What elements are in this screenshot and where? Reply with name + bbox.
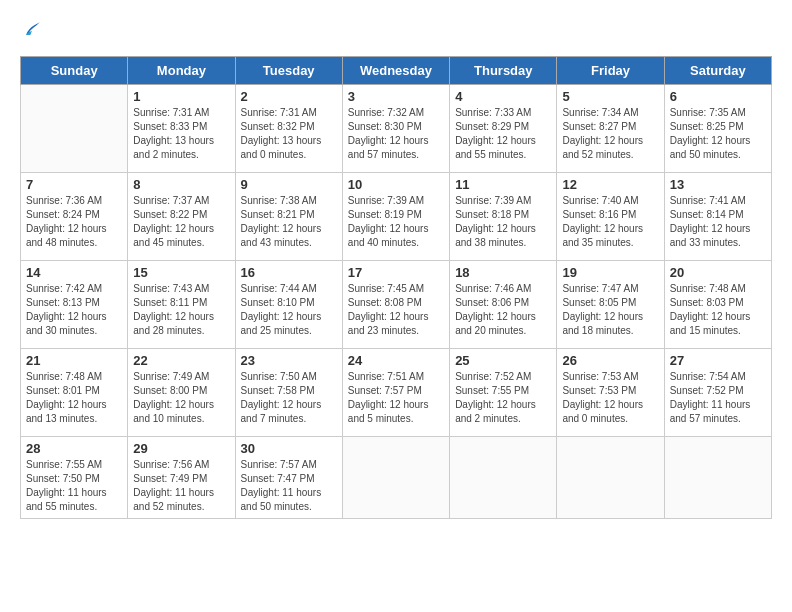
daylight-text: Daylight: 12 hours and 7 minutes. (241, 398, 337, 426)
week-row-4: 21 Sunrise: 7:48 AM Sunset: 8:01 PM Dayl… (21, 349, 772, 437)
day-number: 2 (241, 89, 337, 104)
day-number: 25 (455, 353, 551, 368)
sunrise-text: Sunrise: 7:37 AM (133, 194, 229, 208)
logo-bird-icon (22, 20, 42, 40)
day-number: 7 (26, 177, 122, 192)
sunrise-text: Sunrise: 7:48 AM (670, 282, 766, 296)
cell-info: Sunrise: 7:34 AM Sunset: 8:27 PM Dayligh… (562, 106, 658, 162)
day-header-friday: Friday (557, 57, 664, 85)
daylight-text: Daylight: 12 hours and 43 minutes. (241, 222, 337, 250)
sunset-text: Sunset: 7:58 PM (241, 384, 337, 398)
sunrise-text: Sunrise: 7:42 AM (26, 282, 122, 296)
logo-text (20, 20, 42, 40)
cell-info: Sunrise: 7:46 AM Sunset: 8:06 PM Dayligh… (455, 282, 551, 338)
daylight-text: Daylight: 12 hours and 20 minutes. (455, 310, 551, 338)
daylight-text: Daylight: 12 hours and 33 minutes. (670, 222, 766, 250)
sunrise-text: Sunrise: 7:31 AM (241, 106, 337, 120)
day-number: 20 (670, 265, 766, 280)
calendar-table: SundayMondayTuesdayWednesdayThursdayFrid… (20, 56, 772, 519)
sunset-text: Sunset: 8:32 PM (241, 120, 337, 134)
cell-info: Sunrise: 7:38 AM Sunset: 8:21 PM Dayligh… (241, 194, 337, 250)
calendar-cell: 25 Sunrise: 7:52 AM Sunset: 7:55 PM Dayl… (450, 349, 557, 437)
week-row-3: 14 Sunrise: 7:42 AM Sunset: 8:13 PM Dayl… (21, 261, 772, 349)
sunrise-text: Sunrise: 7:55 AM (26, 458, 122, 472)
sunrise-text: Sunrise: 7:39 AM (455, 194, 551, 208)
calendar-cell: 27 Sunrise: 7:54 AM Sunset: 7:52 PM Dayl… (664, 349, 771, 437)
sunset-text: Sunset: 8:13 PM (26, 296, 122, 310)
day-number: 17 (348, 265, 444, 280)
calendar-cell (450, 437, 557, 519)
day-number: 28 (26, 441, 122, 456)
calendar-cell: 30 Sunrise: 7:57 AM Sunset: 7:47 PM Dayl… (235, 437, 342, 519)
sunrise-text: Sunrise: 7:33 AM (455, 106, 551, 120)
cell-info: Sunrise: 7:56 AM Sunset: 7:49 PM Dayligh… (133, 458, 229, 514)
cell-info: Sunrise: 7:31 AM Sunset: 8:32 PM Dayligh… (241, 106, 337, 162)
sunset-text: Sunset: 8:24 PM (26, 208, 122, 222)
cell-info: Sunrise: 7:31 AM Sunset: 8:33 PM Dayligh… (133, 106, 229, 162)
day-number: 12 (562, 177, 658, 192)
daylight-text: Daylight: 11 hours and 52 minutes. (133, 486, 229, 514)
sunrise-text: Sunrise: 7:35 AM (670, 106, 766, 120)
sunset-text: Sunset: 7:47 PM (241, 472, 337, 486)
sunrise-text: Sunrise: 7:43 AM (133, 282, 229, 296)
sunrise-text: Sunrise: 7:48 AM (26, 370, 122, 384)
day-header-thursday: Thursday (450, 57, 557, 85)
calendar-cell: 14 Sunrise: 7:42 AM Sunset: 8:13 PM Dayl… (21, 261, 128, 349)
daylight-text: Daylight: 12 hours and 23 minutes. (348, 310, 444, 338)
calendar-cell: 28 Sunrise: 7:55 AM Sunset: 7:50 PM Dayl… (21, 437, 128, 519)
daylight-text: Daylight: 12 hours and 52 minutes. (562, 134, 658, 162)
cell-info: Sunrise: 7:52 AM Sunset: 7:55 PM Dayligh… (455, 370, 551, 426)
cell-info: Sunrise: 7:44 AM Sunset: 8:10 PM Dayligh… (241, 282, 337, 338)
daylight-text: Daylight: 12 hours and 15 minutes. (670, 310, 766, 338)
sunrise-text: Sunrise: 7:32 AM (348, 106, 444, 120)
calendar-cell: 13 Sunrise: 7:41 AM Sunset: 8:14 PM Dayl… (664, 173, 771, 261)
cell-info: Sunrise: 7:42 AM Sunset: 8:13 PM Dayligh… (26, 282, 122, 338)
week-row-5: 28 Sunrise: 7:55 AM Sunset: 7:50 PM Dayl… (21, 437, 772, 519)
daylight-text: Daylight: 12 hours and 57 minutes. (348, 134, 444, 162)
day-header-wednesday: Wednesday (342, 57, 449, 85)
day-number: 18 (455, 265, 551, 280)
daylight-text: Daylight: 12 hours and 18 minutes. (562, 310, 658, 338)
sunset-text: Sunset: 8:00 PM (133, 384, 229, 398)
day-number: 26 (562, 353, 658, 368)
sunrise-text: Sunrise: 7:36 AM (26, 194, 122, 208)
day-header-sunday: Sunday (21, 57, 128, 85)
day-number: 15 (133, 265, 229, 280)
sunrise-text: Sunrise: 7:34 AM (562, 106, 658, 120)
day-number: 5 (562, 89, 658, 104)
daylight-text: Daylight: 12 hours and 28 minutes. (133, 310, 229, 338)
calendar-cell: 17 Sunrise: 7:45 AM Sunset: 8:08 PM Dayl… (342, 261, 449, 349)
sunrise-text: Sunrise: 7:45 AM (348, 282, 444, 296)
day-header-saturday: Saturday (664, 57, 771, 85)
sunset-text: Sunset: 8:30 PM (348, 120, 444, 134)
week-row-2: 7 Sunrise: 7:36 AM Sunset: 8:24 PM Dayli… (21, 173, 772, 261)
cell-info: Sunrise: 7:50 AM Sunset: 7:58 PM Dayligh… (241, 370, 337, 426)
cell-info: Sunrise: 7:39 AM Sunset: 8:19 PM Dayligh… (348, 194, 444, 250)
calendar-cell: 29 Sunrise: 7:56 AM Sunset: 7:49 PM Dayl… (128, 437, 235, 519)
sunrise-text: Sunrise: 7:38 AM (241, 194, 337, 208)
sunset-text: Sunset: 8:33 PM (133, 120, 229, 134)
daylight-text: Daylight: 11 hours and 55 minutes. (26, 486, 122, 514)
calendar-cell (21, 85, 128, 173)
cell-info: Sunrise: 7:49 AM Sunset: 8:00 PM Dayligh… (133, 370, 229, 426)
cell-info: Sunrise: 7:33 AM Sunset: 8:29 PM Dayligh… (455, 106, 551, 162)
sunset-text: Sunset: 8:08 PM (348, 296, 444, 310)
sunrise-text: Sunrise: 7:41 AM (670, 194, 766, 208)
calendar-cell: 12 Sunrise: 7:40 AM Sunset: 8:16 PM Dayl… (557, 173, 664, 261)
sunrise-text: Sunrise: 7:47 AM (562, 282, 658, 296)
sunset-text: Sunset: 8:05 PM (562, 296, 658, 310)
day-number: 23 (241, 353, 337, 368)
calendar-cell (664, 437, 771, 519)
calendar-cell (342, 437, 449, 519)
daylight-text: Daylight: 12 hours and 10 minutes. (133, 398, 229, 426)
calendar-cell: 24 Sunrise: 7:51 AM Sunset: 7:57 PM Dayl… (342, 349, 449, 437)
sunset-text: Sunset: 7:52 PM (670, 384, 766, 398)
sunset-text: Sunset: 7:50 PM (26, 472, 122, 486)
days-header-row: SundayMondayTuesdayWednesdayThursdayFrid… (21, 57, 772, 85)
calendar-cell: 22 Sunrise: 7:49 AM Sunset: 8:00 PM Dayl… (128, 349, 235, 437)
day-number: 27 (670, 353, 766, 368)
sunset-text: Sunset: 8:06 PM (455, 296, 551, 310)
sunset-text: Sunset: 8:10 PM (241, 296, 337, 310)
day-number: 21 (26, 353, 122, 368)
cell-info: Sunrise: 7:57 AM Sunset: 7:47 PM Dayligh… (241, 458, 337, 514)
